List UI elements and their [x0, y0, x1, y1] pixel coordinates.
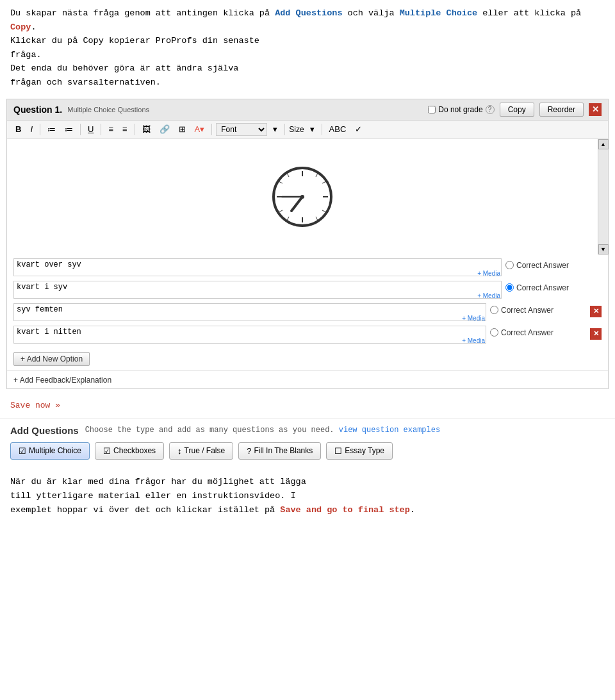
- option-row-3: syv femten + Media Correct Answer ✕: [13, 303, 602, 323]
- do-not-grade-section: Do not grade ?: [428, 105, 494, 114]
- reorder-button[interactable]: Reorder: [539, 103, 584, 117]
- bottom-line3: exemplet hoppar vi över det och klickar …: [10, 505, 280, 515]
- scrollbar[interactable]: ▲ ▼: [598, 139, 608, 254]
- bottom-prose: När du är klar med dina frågor har du mö…: [0, 466, 615, 524]
- option-1-wrap: kvart over syv + Media: [13, 258, 502, 278]
- option-1-input[interactable]: kvart over syv: [13, 258, 502, 276]
- spell-check-button[interactable]: ABC: [326, 123, 350, 135]
- intro-text: Du skapar nästa fråga genom att antingen…: [0, 0, 615, 94]
- align-left-button[interactable]: ≡: [105, 123, 117, 135]
- checkboxes-label: Checkboxes: [113, 446, 156, 455]
- bottom-line2: till ytterligare material eller en instr…: [10, 491, 296, 501]
- question-number: Question 1.: [13, 104, 62, 115]
- add-questions-section: Add Questions Choose the type and add as…: [0, 418, 615, 466]
- option-row-1: kvart over syv + Media Correct Answer: [13, 258, 602, 278]
- separator-6: [284, 124, 285, 135]
- option-3-radio[interactable]: [490, 306, 498, 314]
- save-link[interactable]: Save now »: [10, 401, 60, 410]
- option-2-radio[interactable]: [505, 283, 514, 292]
- checkboxes-button[interactable]: ☑ Checkboxes: [95, 442, 164, 460]
- fill-in-blanks-label: Fill In The Blanks: [254, 446, 313, 455]
- option-2-correct-wrap: Correct Answer: [505, 281, 602, 292]
- font-select[interactable]: Font: [216, 123, 267, 136]
- ordered-list-button[interactable]: ≔: [62, 123, 76, 135]
- editor-area[interactable]: [7, 139, 598, 254]
- option-2-input[interactable]: kvart i syv: [13, 281, 502, 299]
- intro-or-text: eller att klicka på: [477, 8, 581, 18]
- feedback-section: + Add Feedback/Explanation: [7, 370, 608, 388]
- essay-type-button[interactable]: ☐ Essay Type: [326, 442, 393, 460]
- color-button[interactable]: A▾: [192, 123, 208, 135]
- formatting-toolbar: B I ≔ ≔ U ≡ ≡ 🖼 🔗 ⊞ A▾ Font ▾ Size ▾ ABC…: [7, 121, 608, 139]
- image-button[interactable]: 🖼: [139, 123, 154, 135]
- option-4-input[interactable]: kvart i nitten: [13, 326, 486, 344]
- underline-button[interactable]: U: [85, 123, 97, 135]
- do-not-grade-checkbox[interactable]: [428, 106, 436, 113]
- multiple-choice-button[interactable]: ☑ Multiple Choice: [10, 442, 90, 460]
- option-2-media-link[interactable]: + Media: [477, 292, 500, 299]
- extra-btn[interactable]: ✓: [352, 123, 365, 135]
- link-button[interactable]: 🔗: [156, 123, 173, 135]
- help-icon[interactable]: ?: [486, 105, 495, 114]
- table-button[interactable]: ⊞: [176, 123, 189, 135]
- size-dropdown-btn[interactable]: ▾: [307, 123, 318, 135]
- question-box: Question 1. Multiple Choice Questions Do…: [6, 99, 609, 389]
- multiple-choice-label: Multiple Choice: [29, 446, 81, 455]
- multiple-choice-icon: ☑: [19, 446, 26, 456]
- option-3-correct-wrap: Correct Answer: [490, 303, 586, 315]
- option-4-radio[interactable]: [490, 328, 498, 337]
- true-false-icon: ↕: [177, 446, 182, 456]
- option-3-media-link[interactable]: + Media: [462, 315, 485, 322]
- add-new-option-button[interactable]: + Add New Option: [13, 352, 90, 366]
- content-area: ▲ ▼: [7, 139, 608, 254]
- add-feedback-button[interactable]: + Add Feedback/Explanation: [13, 376, 111, 385]
- intro-multiple-choice: Multiple Choice: [400, 8, 478, 18]
- intro-line1: Du skapar nästa fråga genom att antingen…: [10, 8, 275, 18]
- intro-line2: Klickar du på Copy kopierar ProProfs din…: [10, 36, 259, 46]
- align-center-button[interactable]: ≡: [119, 123, 131, 135]
- bold-button[interactable]: B: [12, 123, 24, 135]
- checkboxes-icon: ☑: [103, 446, 111, 456]
- separator-1: [40, 124, 40, 135]
- font-dropdown-btn[interactable]: ▾: [270, 123, 281, 135]
- essay-type-label: Essay Type: [345, 446, 384, 455]
- copy-button[interactable]: Copy: [500, 103, 534, 117]
- close-button[interactable]: ✕: [589, 103, 602, 116]
- intro-copy-word: Copy: [10, 22, 31, 32]
- fill-in-blanks-button[interactable]: ? Fill In The Blanks: [238, 442, 321, 460]
- option-2-wrap: kvart i syv + Media: [13, 281, 502, 301]
- question-type-buttons: ☑ Multiple Choice ☑ Checkboxes ↕ True / …: [10, 442, 605, 460]
- option-3-input[interactable]: syv femten: [13, 303, 486, 321]
- question-subtitle: Multiple Choice Questions: [67, 106, 149, 113]
- option-1-radio[interactable]: [505, 261, 514, 269]
- intro-line2b: fråga.: [10, 50, 42, 60]
- option-3-delete-button[interactable]: ✕: [590, 306, 602, 317]
- option-2-correct-label: Correct Answer: [516, 283, 569, 292]
- option-1-media-link[interactable]: + Media: [477, 270, 500, 277]
- add-questions-header: Add Questions Choose the type and add as…: [10, 425, 605, 436]
- option-4-delete-button[interactable]: ✕: [590, 328, 602, 340]
- add-questions-title: Add Questions: [10, 425, 79, 436]
- unordered-list-button[interactable]: ≔: [44, 123, 59, 135]
- save-and-go-link[interactable]: Save and go to final step: [280, 505, 410, 515]
- add-new-option-section: + Add New Option: [13, 352, 90, 366]
- question-header: Question 1. Multiple Choice Questions Do…: [7, 99, 608, 121]
- true-false-button[interactable]: ↕ True / False: [169, 442, 233, 460]
- add-questions-desc: Choose the type and add as many question…: [85, 426, 441, 435]
- scroll-track[interactable]: [598, 149, 608, 244]
- option-4-wrap: kvart i nitten + Media: [13, 326, 486, 346]
- separator-2: [80, 124, 81, 135]
- intro-period: .: [31, 22, 36, 32]
- scroll-up-btn[interactable]: ▲: [598, 139, 609, 149]
- separator-3: [101, 124, 101, 135]
- italic-button[interactable]: I: [27, 123, 36, 135]
- scroll-down-btn[interactable]: ▼: [598, 244, 609, 254]
- intro-line3b: frågan och svarsalternativen.: [10, 78, 161, 87]
- option-4-media-link[interactable]: + Media: [462, 337, 485, 344]
- options-section: kvart over syv + Media Correct Answer kv…: [7, 254, 608, 370]
- view-examples-link[interactable]: view question examples: [339, 426, 440, 435]
- clock-image: [270, 165, 334, 229]
- fill-in-blanks-icon: ?: [247, 446, 251, 456]
- option-1-correct-label: Correct Answer: [516, 261, 569, 270]
- option-row-2: kvart i syv + Media Correct Answer: [13, 281, 602, 301]
